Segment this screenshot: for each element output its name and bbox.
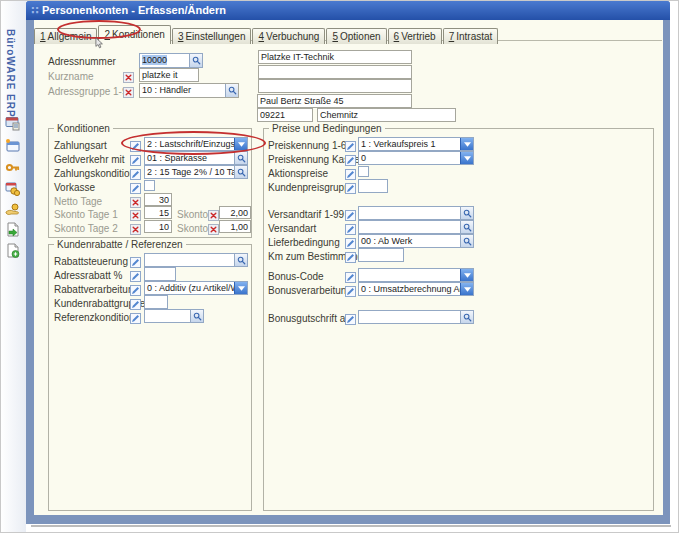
zahlungskondition-field[interactable]: 2 : 15 Tage 2% / 10 Tag xyxy=(144,165,248,179)
chevron-down-icon[interactable] xyxy=(234,138,247,150)
preiskennung-kasse-combobox[interactable]: 0 xyxy=(358,151,474,165)
chevron-down-icon[interactable] xyxy=(460,283,473,295)
edit-field-icon xyxy=(345,269,356,280)
vorkasse-label: Vorkasse xyxy=(54,182,95,193)
zahlungskondition-lookup-button[interactable] xyxy=(234,166,247,178)
bonusverarbeitung-combobox[interactable]: 0 : Umsatzberechnung Adr xyxy=(358,282,474,296)
tab-intrastat[interactable]: 7Intrastat xyxy=(443,28,499,44)
tab-strip: 1Allgemein 2Konditionen 3Einstellungen 4… xyxy=(34,22,662,41)
key-icon[interactable] xyxy=(5,160,21,176)
edit-field-icon xyxy=(130,282,141,293)
adressgruppe-label: Adressgruppe 1-99 xyxy=(48,86,133,97)
referenzkondition-lookup-button[interactable] xyxy=(190,310,203,322)
edit-field-icon xyxy=(130,268,141,279)
adressgruppe-lookup-button[interactable] xyxy=(225,84,238,97)
form-window-icon[interactable] xyxy=(5,138,21,154)
referenzkondition-field[interactable] xyxy=(144,309,204,323)
kundenpreisgruppe-field[interactable] xyxy=(358,179,388,193)
rabattsteuerung-field[interactable] xyxy=(144,253,248,267)
edit-field-icon xyxy=(345,207,356,218)
bonus-code-combobox[interactable] xyxy=(358,268,474,282)
versandart-field[interactable] xyxy=(358,220,474,234)
address-name-field[interactable]: Platzke IT-Technik xyxy=(258,50,412,64)
preiskennung-combobox[interactable]: 1 : Verkaufspreis 1 xyxy=(358,137,474,151)
address-street-field[interactable]: Paul Bertz Straße 45 xyxy=(257,94,412,108)
rabattverarbeitung-combobox[interactable]: 0 : Additiv (zu Artikel/WGR xyxy=(144,281,248,295)
edit-field-icon xyxy=(345,249,356,260)
versandtarif-label: Versandtarif 1-99 xyxy=(268,209,344,220)
readonly-x-icon xyxy=(130,207,141,218)
rabattsteuerung-label: Rabattsteuerung xyxy=(54,256,128,267)
coins-window-icon[interactable] xyxy=(5,181,21,197)
netto-tage-label: Netto Tage xyxy=(54,196,102,207)
rabattsteuerung-lookup-button[interactable] xyxy=(234,254,247,266)
address-zip-field[interactable]: 09221 xyxy=(257,108,313,122)
address-line2-field[interactable] xyxy=(258,65,412,79)
register-icon[interactable] xyxy=(5,116,21,132)
kurzname-label: Kurzname xyxy=(48,71,94,82)
skonto-tage-1-label: Skonto Tage 1 xyxy=(54,209,118,220)
adressnummer-label: Adressnummer xyxy=(48,56,116,67)
skonto-tage-2-field[interactable]: 10 xyxy=(144,220,172,233)
group-rabatte-title: Kundenrabatte / Referenzen xyxy=(54,239,186,250)
lieferbedingung-field[interactable]: 00 : Ab Werk xyxy=(358,234,474,248)
adressrabatt-field[interactable] xyxy=(144,267,176,281)
edit-field-icon xyxy=(345,311,356,322)
adressgruppe-field[interactable]: 10 : Händler xyxy=(139,83,239,98)
vorkasse-checkbox[interactable] xyxy=(144,180,155,191)
lieferbedingung-label: Lieferbedingung xyxy=(268,237,340,248)
chevron-down-icon[interactable] xyxy=(460,269,473,281)
tab-konditionen[interactable]: 2Konditionen xyxy=(98,25,170,44)
geldverkehr-lookup-button[interactable] xyxy=(234,152,247,164)
kundenpreisgruppe-label: Kundenpreisgruppe xyxy=(268,182,355,193)
readonly-x-icon xyxy=(130,221,141,232)
tab-optionen[interactable]: 5Optionen xyxy=(326,28,386,44)
tab-allgemein[interactable]: 1Allgemein xyxy=(34,28,97,44)
edit-field-icon xyxy=(345,138,356,149)
edit-field-icon xyxy=(345,166,356,177)
address-city-field[interactable]: Chemnitz xyxy=(317,108,456,122)
lieferbedingung-lookup-button[interactable] xyxy=(460,235,473,247)
aktionspreise-checkbox[interactable] xyxy=(358,166,369,177)
edit-field-icon xyxy=(345,283,356,294)
edit-field-icon xyxy=(130,138,141,149)
versandart-label: Versandart xyxy=(268,223,316,234)
kundenrabattgruppe-field[interactable] xyxy=(144,295,168,309)
zahlungsart-label: Zahlungsart xyxy=(54,140,107,151)
skonto-tage-1-field[interactable]: 15 xyxy=(144,206,172,219)
tab-vertrieb[interactable]: 6Vertrieb xyxy=(388,28,442,44)
readonly-x-icon xyxy=(123,69,134,80)
versandtarif-field[interactable] xyxy=(358,206,474,220)
referenzkondition-label: Referenzkondition xyxy=(54,312,135,323)
edit-field-icon xyxy=(345,221,356,232)
group-konditionen-title: Konditionen xyxy=(54,123,113,134)
skonto-pct-2-field[interactable]: 1,00 xyxy=(219,220,251,233)
km-field[interactable] xyxy=(358,248,404,262)
edit-field-icon xyxy=(130,152,141,163)
document-add-icon[interactable] xyxy=(5,243,21,259)
group-preise-title: Preise und Bedingungen xyxy=(269,123,385,134)
adressnummer-field[interactable]: 10000 xyxy=(139,53,203,68)
document-import-icon[interactable] xyxy=(5,222,21,238)
address-line3-field[interactable] xyxy=(258,79,412,93)
skonto-pct-1-field[interactable]: 2,00 xyxy=(219,206,251,219)
versandart-lookup-button[interactable] xyxy=(460,221,473,233)
zahlungsart-combobox[interactable]: 2 : Lastschrift/Einzugserm xyxy=(144,137,248,151)
bonusgutschrift-lookup-button[interactable] xyxy=(460,311,473,323)
kurzname-field[interactable]: platzke it xyxy=(139,68,199,82)
bonusgutschrift-field[interactable] xyxy=(358,310,474,324)
chevron-down-icon[interactable] xyxy=(460,138,473,150)
chevron-down-icon[interactable] xyxy=(234,282,247,294)
zahlungskondition-label: Zahlungskondition xyxy=(54,168,135,179)
chevron-down-icon[interactable] xyxy=(460,152,473,164)
versandtarif-lookup-button[interactable] xyxy=(460,207,473,219)
netto-tage-field[interactable]: 30 xyxy=(144,193,172,206)
adressnummer-lookup-button[interactable] xyxy=(189,54,202,67)
geldverkehr-field[interactable]: 01 : Sparkasse xyxy=(144,151,248,165)
bonusverarbeitung-label: Bonusverarbeitung xyxy=(268,285,352,296)
hand-money-icon[interactable] xyxy=(5,202,21,218)
bonusgutschrift-label: Bonusgutschrift an xyxy=(268,313,351,324)
tab-einstellungen[interactable]: 3Einstellungen xyxy=(172,28,252,44)
tab-verbuchung[interactable]: 4Verbuchung xyxy=(252,28,325,44)
app-sidebar: BüroWARE ERP xyxy=(1,1,26,533)
